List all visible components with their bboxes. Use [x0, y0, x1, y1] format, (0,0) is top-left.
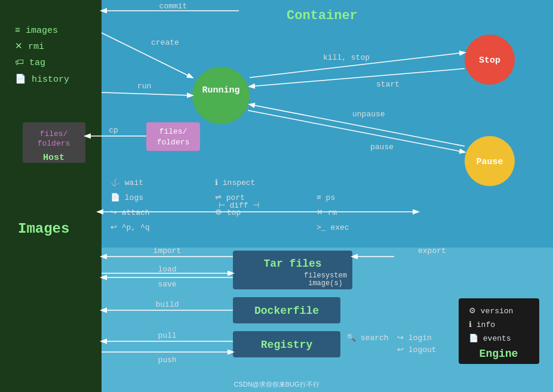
diagram-wrapper: ≡ images ✕ rmi 🏷 tag 📄 history Images Co… [0, 0, 553, 392]
svg-text:>_ exec: >_ exec [317, 223, 349, 232]
svg-text:Images: Images [18, 221, 69, 237]
svg-text:load: load [158, 265, 176, 274]
svg-text:🔍 search: 🔍 search [346, 332, 389, 342]
svg-text:push: push [158, 356, 176, 365]
svg-text:run: run [137, 82, 151, 91]
svg-text:⚙ top: ⚙ top [215, 208, 241, 217]
svg-text:save: save [158, 280, 176, 289]
svg-text:cp: cp [109, 126, 118, 135]
svg-text:Pause: Pause [476, 157, 503, 167]
svg-text:Dockerfile: Dockerfile [254, 305, 319, 317]
svg-text:unpause: unpause [352, 110, 385, 119]
svg-text:≡ ps: ≡ ps [317, 193, 335, 202]
svg-text:⚙ version: ⚙ version [469, 307, 513, 316]
svg-text:folders: folders [157, 138, 190, 147]
svg-text:start: start [376, 80, 400, 89]
svg-text:export: export [418, 246, 446, 255]
svg-point-9 [192, 67, 250, 124]
svg-text:build: build [155, 300, 179, 309]
svg-text:≡ images: ≡ images [15, 26, 58, 36]
svg-text:kill, stop: kill, stop [323, 53, 370, 62]
svg-text:Tar files: Tar files [263, 258, 321, 270]
svg-text:commit: commit [159, 2, 188, 11]
svg-text:⇌ port: ⇌ port [215, 193, 245, 202]
svg-text:files/: files/ [40, 129, 68, 138]
svg-text:image(s): image(s) [308, 279, 343, 288]
svg-text:📄 history: 📄 history [15, 73, 69, 85]
svg-text:⚓ wait: ⚓ wait [110, 177, 143, 187]
svg-text:✕ rmi: ✕ rmi [15, 42, 44, 52]
svg-text:🏷 tag: 🏷 tag [15, 58, 45, 68]
svg-text:import: import [153, 246, 182, 255]
svg-text:CSDN@求你你来BUG行不行: CSDN@求你你来BUG行不行 [234, 381, 319, 388]
svg-text:filesystem: filesystem [304, 271, 347, 280]
svg-text:📄 logs: 📄 logs [110, 192, 143, 202]
svg-text:↪ login: ↪ login [397, 334, 432, 342]
svg-text:folders: folders [38, 139, 70, 148]
svg-text:Stop: Stop [479, 55, 500, 66]
svg-text:↪ attach: ↪ attach [110, 208, 150, 217]
svg-text:Running: Running [202, 85, 239, 95]
svg-text:Container: Container [287, 8, 358, 23]
svg-text:ℹ inspect: ℹ inspect [215, 178, 255, 187]
svg-text:Registry: Registry [261, 339, 313, 351]
svg-text:Engine: Engine [480, 348, 518, 360]
svg-text:create: create [151, 38, 179, 47]
svg-text:↩ logout: ↩ logout [397, 345, 437, 354]
svg-text:pause: pause [370, 143, 394, 152]
svg-text:Host: Host [43, 153, 64, 163]
svg-text:↩ ^p, ^q: ↩ ^p, ^q [110, 223, 150, 232]
svg-text:✕ rm: ✕ rm [317, 208, 337, 217]
svg-text:pull: pull [158, 331, 176, 340]
svg-text:files/: files/ [159, 127, 188, 136]
svg-text:📄 events: 📄 events [469, 333, 511, 343]
svg-text:ℹ info: ℹ info [469, 320, 495, 329]
